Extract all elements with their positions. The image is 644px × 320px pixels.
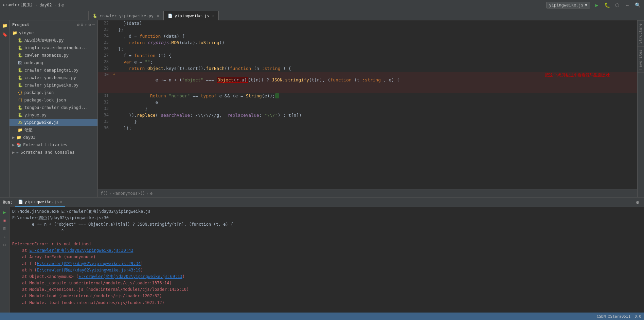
sidebar-item-crawler-da[interactable]: 🐍 crawler damapingtai.py — [10, 67, 97, 74]
code-line-34: 34 )).replace( searchValue: /\\/\/\/g, r… — [98, 112, 637, 119]
project-tool-btn[interactable]: 📁 — [1, 22, 8, 29]
sidebar-title: Project — [12, 22, 30, 27]
sidebar-item-aes[interactable]: 🐍 AES算法加密解密.py — [10, 37, 97, 44]
sidebar-item-yinyue[interactable]: 📁 yinyue — [10, 29, 97, 37]
filter-button[interactable]: ⊟ — [1, 241, 8, 248]
search-button[interactable]: 🔍 — [634, 1, 641, 9]
sidebar-item-label: Scratches and Consoles — [20, 150, 74, 155]
console-output[interactable]: D:\Node.js\node.exe E:\crawler(爬虫)\day02… — [10, 207, 644, 313]
sidebar-item-crawler-yan[interactable]: 🐍 crawler yanzhengma.py — [10, 74, 97, 81]
run-config-selector[interactable]: yipingweike.js ▼ — [546, 2, 590, 8]
console-stack-7: at Module._extensions..js (node:internal… — [12, 286, 641, 293]
sidebar: Project ⊕ ≡ ⬆ ⚙ — 📁 yinyue 🐍 AES算法加密解密.p… — [10, 20, 98, 197]
collapse-arrow: ▶ — [12, 143, 15, 147]
python-icon: 🐍 — [18, 83, 23, 88]
close-tab-js[interactable]: ✕ — [212, 14, 214, 18]
scratches-icon: ✏ — [16, 150, 19, 155]
clear-button[interactable]: 🗑 — [1, 225, 8, 232]
sidebar-item-label: bingfa-cawlerdouyingdua... — [24, 45, 88, 50]
sidebar-item-package-lock[interactable]: {} package-lock.json — [10, 96, 97, 104]
code-line-27: 27 f = function (t) { — [98, 53, 637, 59]
settings-run-btn[interactable]: ⚙ — [634, 199, 641, 206]
code-line-26: 26 }; — [98, 46, 637, 53]
python-file-icon: 🐍 — [93, 14, 97, 18]
collapse-icon[interactable]: ≡ — [81, 22, 83, 27]
console-line-5 — [12, 234, 641, 241]
status-csdn: CSDN @Stara0511 — [597, 314, 630, 319]
code-line-22: 22 }(data) — [98, 20, 637, 27]
settings-icon[interactable]: ⚙ — [89, 22, 91, 27]
collapse-arrow: ▶ — [12, 150, 15, 155]
console-stack-1: at E:\crawler(爬虫)\day02\yipingweike.js:3… — [12, 247, 641, 254]
debug-button[interactable]: 🐛 — [603, 1, 611, 9]
code-line-24: 24 , d = function (data) { — [98, 33, 637, 40]
console-line-4: ^ — [12, 228, 641, 234]
coverage-button[interactable]: ⬡ — [613, 1, 621, 9]
sidebar-item-package[interactable]: {} package.json — [10, 89, 97, 96]
sidebar-item-label: yinyue.py — [24, 113, 47, 117]
run-tab-yipingweike[interactable]: 📄 yipingweike.js ✕ — [15, 197, 65, 207]
console-stack-5: at Object.<anonymous> (E:\crawler(爬虫)\da… — [12, 274, 641, 280]
stop-button[interactable]: ■ — [1, 217, 8, 224]
sidebar-header: Project ⊕ ≡ ⬆ ⚙ — — [10, 20, 97, 29]
tab-yipingweike-js[interactable]: 📄 yipingweike.js ✕ — [163, 11, 219, 20]
breadcrumb-f: f() — [101, 191, 108, 196]
code-line-35: 35 } — [98, 119, 637, 125]
code-line-28: 28 var e = ""; — [98, 59, 637, 65]
rerun-button[interactable]: ▶ — [1, 208, 8, 216]
sidebar-item-tongbu[interactable]: 🐍 tongbu-crawler douyingd... — [10, 104, 97, 111]
console-line-3: e += n + ("object" === Object(r.a)(t[n])… — [12, 221, 641, 228]
js-icon: JS — [18, 120, 22, 125]
locate-icon[interactable]: ⊕ — [77, 22, 79, 27]
run-button[interactable]: ▶ — [593, 1, 601, 9]
editor-breadcrumb: f() › <anonymous>() › e — [98, 189, 637, 197]
folder-icon: 📁 — [18, 128, 23, 132]
sidebar-item-label: yinyue — [19, 31, 34, 35]
structure-label[interactable]: Structure — [638, 20, 644, 46]
e-breadcrumb[interactable]: e — [61, 3, 64, 7]
project-breadcrumb[interactable]: crawler(爬虫) — [3, 2, 33, 8]
run-toolbar: ▶ ■ 🗑 ⇩ ⊟ — [0, 207, 10, 313]
sidebar-item-crawler-yi[interactable]: 🐍 crawler yipingweike.py — [10, 81, 97, 89]
sidebar-item-yipingweike-js[interactable]: JS yipingweike.js — [10, 119, 97, 126]
code-line-23: 23 }; — [98, 27, 637, 33]
sidebar-item-scratches[interactable]: ▶ ✏ Scratches and Consoles — [10, 149, 97, 156]
tab-label-js: yipingweike.js — [175, 14, 209, 18]
sidebar-item-bingfa[interactable]: 🐍 bingfa-cawlerdouyingdua... — [10, 44, 97, 52]
dropdown-icon: ▼ — [585, 3, 587, 7]
close-tab-py[interactable]: ✕ — [157, 14, 159, 18]
title-bar-right: yipingweike.js ▼ ▶ 🐛 ⬡ ⋯ 🔍 — [546, 1, 641, 9]
sidebar-item-day03[interactable]: ▶ 📁 day03 — [10, 134, 97, 141]
code-table: 22 }(data) 23 }; 24 , d = funct — [98, 20, 637, 132]
day02-breadcrumb[interactable]: day02 — [39, 3, 52, 7]
sidebar-item-code[interactable]: 🖼 code.png — [10, 59, 97, 67]
editor-area: ▲ 5 ▲ 13 ✓ 4 ⌃ ⌄ 22 }(data) 23 — [98, 20, 637, 197]
run-content: ▶ ■ 🗑 ⇩ ⊟ D:\Node.js\node.exe E:\crawler… — [0, 207, 644, 313]
scroll-end-button[interactable]: ⇩ — [1, 233, 8, 240]
console-line-2: E:\crawler(爬虫)\day02\yipingweike.js:30 — [12, 215, 641, 221]
sidebar-item-yinyue-py[interactable]: 🐍 yinyue.py — [10, 111, 97, 119]
js-file-icon: 📄 — [168, 14, 173, 18]
json-icon: {} — [18, 98, 22, 102]
sidebar-item-label: cawler maomaozu.py — [24, 53, 69, 58]
status-right: CSDN @Stara0511 0.0 — [597, 314, 641, 319]
more-button[interactable]: ⋯ — [624, 1, 631, 9]
console-stack-2: at Array.forEach (<anonymous>) — [12, 254, 641, 260]
sort-icon[interactable]: ⬆ — [85, 22, 87, 27]
close-run-tab[interactable]: ✕ — [60, 200, 62, 204]
sidebar-item-notes[interactable]: 📁 笔记 — [10, 126, 97, 134]
sidebar-item-external[interactable]: ▶ 📚 External Libraries — [10, 141, 97, 149]
sidebar-item-cawler[interactable]: 🐍 cawler maomaozu.py — [10, 52, 97, 59]
minimize-icon[interactable]: — — [92, 22, 95, 27]
tab-crawler-py[interactable]: 🐍 crawler yipingweike.py ✕ — [88, 11, 163, 20]
sidebar-item-label: 笔记 — [24, 127, 33, 133]
code-container[interactable]: 22 }(data) 23 }; 24 , d = funct — [98, 20, 637, 189]
folder-icon: 📁 — [12, 31, 17, 35]
python-icon: 🐍 — [18, 45, 23, 50]
bookmarks-btn[interactable]: 🔖 — [1, 31, 8, 38]
python-icon: 🐍 — [18, 75, 23, 80]
right-panel: Structure Favorites — [637, 20, 644, 197]
run-label: Run: — [3, 200, 13, 205]
favorites-label[interactable]: Favorites — [638, 46, 644, 73]
python-icon: 🐍 — [18, 38, 23, 43]
